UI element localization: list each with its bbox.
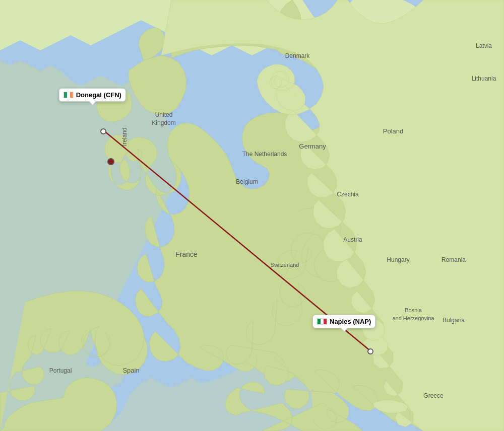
- label-greece: Greece: [423, 392, 444, 399]
- label-lithuania: Lithuania: [472, 75, 496, 82]
- label-germany: Germany: [299, 142, 326, 150]
- label-belgium: Belgium: [236, 178, 258, 185]
- label-ireland: Ireland: [121, 127, 128, 146]
- label-latvia: Latvia: [476, 42, 492, 49]
- naples-dot: [367, 348, 373, 354]
- dublin-dot: [107, 158, 114, 165]
- label-hungary: Hungary: [387, 256, 409, 263]
- label-bosnia: Bosnia: [405, 307, 422, 313]
- label-france: France: [175, 250, 198, 258]
- label-switzerland: Switzerland: [271, 262, 299, 268]
- label-romania: Romania: [442, 256, 466, 263]
- label-portugal: Portugal: [49, 367, 72, 374]
- label-spain: Spain: [122, 367, 139, 374]
- label-bulgaria: Bulgaria: [443, 317, 465, 324]
- label-united-kingdom: United: [155, 111, 173, 118]
- label-poland: Poland: [383, 127, 403, 135]
- map-svg: Ireland United Kingdom Denmark The Nethe…: [0, 0, 504, 431]
- label-denmark: Denmark: [285, 52, 310, 59]
- donegal-dot: [100, 128, 106, 134]
- label-herzegovina: and Herzegovina: [392, 315, 434, 321]
- label-united-kingdom-2: Kingdom: [152, 119, 175, 126]
- map-container: Ireland United Kingdom Denmark The Nethe…: [0, 0, 504, 431]
- label-czechia: Czechia: [337, 191, 359, 198]
- label-netherlands: The Netherlands: [242, 151, 287, 158]
- label-austria: Austria: [343, 236, 362, 243]
